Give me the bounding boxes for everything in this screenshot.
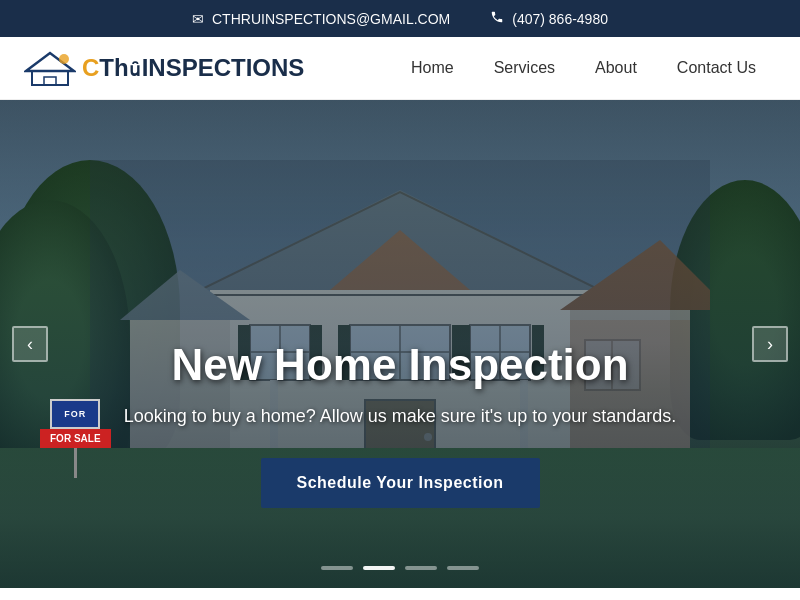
logo[interactable]: C Th ȗ INSPECTIONS xyxy=(24,49,304,87)
hero-content: New Home Inspection Looking to buy a hom… xyxy=(0,341,800,508)
phone-number: (407) 866-4980 xyxy=(512,11,608,27)
header: C Th ȗ INSPECTIONS Home Services About C… xyxy=(0,37,800,100)
phone-icon xyxy=(490,10,504,27)
arrow-right-icon: › xyxy=(767,334,773,355)
nav-services[interactable]: Services xyxy=(474,51,575,85)
email-contact[interactable]: ✉ CTHRUINSPECTIONS@GMAIL.COM xyxy=(192,11,450,27)
next-slide-button[interactable]: › xyxy=(752,326,788,362)
email-icon: ✉ xyxy=(192,11,204,27)
svg-rect-1 xyxy=(32,71,68,85)
prev-slide-button[interactable]: ‹ xyxy=(12,326,48,362)
logo-c: C xyxy=(82,54,99,82)
logo-subtitle-text: INSPECTIONS xyxy=(142,54,305,82)
nav-about[interactable]: About xyxy=(575,51,657,85)
top-bar: ✉ CTHRUINSPECTIONS@GMAIL.COM (407) 866-4… xyxy=(0,0,800,37)
schedule-inspection-button[interactable]: Schedule Your Inspection xyxy=(261,458,540,508)
logo-text-area: C Th ȗ INSPECTIONS xyxy=(82,54,304,82)
hero-subtitle: Looking to buy a home? Allow us make sur… xyxy=(80,403,720,430)
slide-dot-3[interactable] xyxy=(405,566,437,570)
svg-rect-2 xyxy=(44,77,56,85)
logo-icon xyxy=(24,49,76,87)
phone-contact[interactable]: (407) 866-4980 xyxy=(490,10,608,27)
slide-dot-1[interactable] xyxy=(321,566,353,570)
main-nav: Home Services About Contact Us xyxy=(391,51,776,85)
logo-cursor: ȗ xyxy=(129,59,140,81)
nav-home[interactable]: Home xyxy=(391,51,474,85)
slide-indicators xyxy=(0,566,800,570)
svg-point-3 xyxy=(59,54,69,64)
logo-thru: Th xyxy=(99,54,128,82)
email-address: CTHRUINSPECTIONS@GMAIL.COM xyxy=(212,11,450,27)
hero-section: FOR FOR SALE ‹ › New Home Inspection Loo… xyxy=(0,100,800,588)
nav-contact[interactable]: Contact Us xyxy=(657,51,776,85)
arrow-left-icon: ‹ xyxy=(27,334,33,355)
slide-dot-4[interactable] xyxy=(447,566,479,570)
hero-title: New Home Inspection xyxy=(80,341,720,389)
slide-dot-2[interactable] xyxy=(363,566,395,570)
